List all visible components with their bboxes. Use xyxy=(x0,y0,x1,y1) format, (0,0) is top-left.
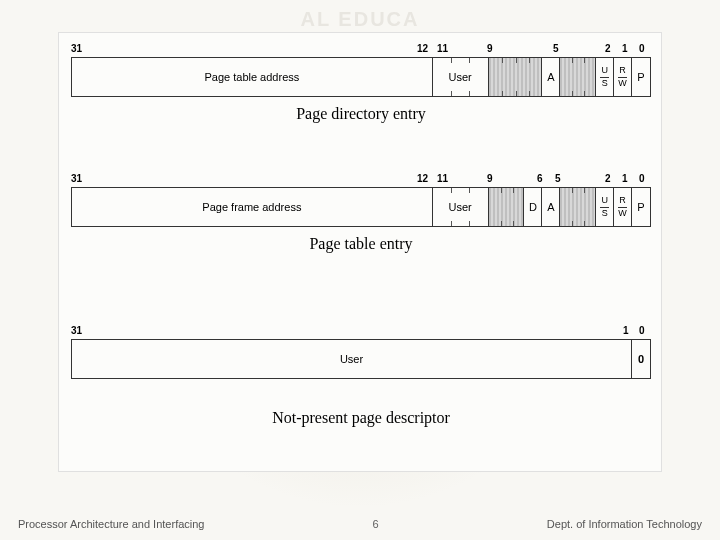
field-user: User xyxy=(433,188,489,226)
pde-block: 31 12 11 9 5 2 1 0 Page table address Us… xyxy=(71,43,651,123)
bit-1: 1 xyxy=(623,325,629,336)
field-A: A xyxy=(542,188,560,226)
bit-9: 9 xyxy=(487,43,493,54)
pte-caption: Page table entry xyxy=(71,235,651,253)
pde-bit-labels: 31 12 11 9 5 2 1 0 xyxy=(71,43,651,57)
field-user: User xyxy=(72,340,632,378)
flag-U: U xyxy=(601,196,608,206)
watermark-text: AL EDUCA xyxy=(301,8,420,31)
pde-fields: Page table address User A U S R xyxy=(71,57,651,97)
bit-0: 0 xyxy=(639,173,645,184)
flag-U: U xyxy=(601,66,608,76)
footer-right: Dept. of Information Technology xyxy=(547,518,702,530)
page-number: 6 xyxy=(373,518,379,530)
flag-S: S xyxy=(602,79,608,88)
footer: Processor Architecture and Interfacing 6… xyxy=(0,518,720,530)
bit-2: 2 xyxy=(605,173,611,184)
field-RW: R W xyxy=(614,188,632,226)
pde-caption: Page directory entry xyxy=(71,105,651,123)
flag-W: W xyxy=(618,209,627,218)
flag-R: R xyxy=(619,196,626,206)
field-P: P xyxy=(632,188,650,226)
bit-31: 31 xyxy=(71,173,82,184)
flag-W: W xyxy=(618,79,627,88)
field-user-label: User xyxy=(449,71,472,83)
np-caption: Not-present page descriptor xyxy=(71,409,651,427)
np-block: 31 1 0 User 0 Not-present page descripto… xyxy=(71,325,651,427)
bit-6: 6 xyxy=(537,173,543,184)
bit-31: 31 xyxy=(71,43,82,54)
field-reserved-2 xyxy=(560,58,596,96)
field-reserved-2 xyxy=(560,188,596,226)
diagram-panel: 31 12 11 9 5 2 1 0 Page table address Us… xyxy=(58,32,662,472)
field-page-frame-address: Page frame address xyxy=(72,188,433,226)
bit-11: 11 xyxy=(437,173,448,184)
flag-R: R xyxy=(619,66,626,76)
field-US: U S xyxy=(596,188,614,226)
field-reserved-1 xyxy=(489,58,543,96)
field-D: D xyxy=(524,188,542,226)
bit-9: 9 xyxy=(487,173,493,184)
bit-0: 0 xyxy=(639,43,645,54)
field-reserved-1 xyxy=(489,188,525,226)
field-zero: 0 xyxy=(632,340,650,378)
flag-S: S xyxy=(602,209,608,218)
pte-block: 31 12 11 9 6 5 2 1 0 Page frame address … xyxy=(71,173,651,253)
bit-5: 5 xyxy=(553,43,559,54)
field-P: P xyxy=(632,58,650,96)
np-fields: User 0 xyxy=(71,339,651,379)
pte-bit-labels: 31 12 11 9 6 5 2 1 0 xyxy=(71,173,651,187)
bit-12: 12 xyxy=(417,43,428,54)
field-US: U S xyxy=(596,58,614,96)
bit-1: 1 xyxy=(622,43,628,54)
bit-11: 11 xyxy=(437,43,448,54)
field-page-table-address: Page table address xyxy=(72,58,433,96)
field-A: A xyxy=(542,58,560,96)
np-bit-labels: 31 1 0 xyxy=(71,325,651,339)
bit-12: 12 xyxy=(417,173,428,184)
pte-fields: Page frame address User D A U S xyxy=(71,187,651,227)
field-user-label: User xyxy=(449,201,472,213)
bit-0: 0 xyxy=(639,325,645,336)
field-user: User xyxy=(433,58,489,96)
bit-5: 5 xyxy=(555,173,561,184)
bit-1: 1 xyxy=(622,173,628,184)
bit-31: 31 xyxy=(71,325,82,336)
footer-left: Processor Architecture and Interfacing xyxy=(18,518,204,530)
field-RW: R W xyxy=(614,58,632,96)
bit-2: 2 xyxy=(605,43,611,54)
